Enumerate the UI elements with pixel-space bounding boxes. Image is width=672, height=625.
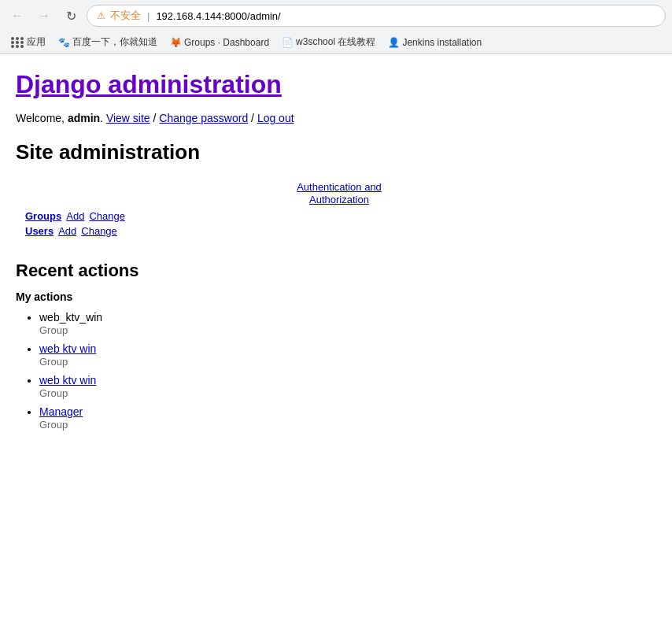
bookmark-apps[interactable]: 应用 (6, 34, 50, 50)
address-separator: | (147, 10, 150, 22)
auth-header-link[interactable]: Authentication and Authorization (297, 181, 382, 205)
url-text: 192.168.4.144:8000/admin/ (156, 10, 280, 22)
baidu-icon: 🐾 (58, 37, 70, 48)
action-type-0: Group (39, 324, 68, 336)
bookmark-apps-label: 应用 (27, 35, 46, 49)
action-type-1: Group (39, 356, 68, 368)
address-bar[interactable]: ⚠ 不安全 | 192.168.4.144:8000/admin/ (87, 5, 666, 27)
view-site-link[interactable]: View site (106, 112, 150, 124)
action-item-2: web ktv win Group (39, 374, 656, 399)
bookmark-groups[interactable]: 🦊 Groups · Dashboard (165, 35, 274, 50)
auth-header-line2: Authorization (309, 194, 369, 205)
browser-chrome: ← → ↻ ⚠ 不安全 | 192.168.4.144:8000/admin/ … (0, 0, 672, 54)
action-item-1: web ktv win Group (39, 342, 656, 368)
action-item-3: Manager Group (39, 405, 656, 431)
page-content: Django administration Welcome, admin. Vi… (0, 54, 672, 453)
action-item-0: web_ktv_win Group (39, 311, 656, 336)
welcome-suffix: . (100, 112, 103, 124)
separator-2: / (251, 112, 257, 124)
my-actions-title: My actions (16, 290, 656, 303)
groups-row: Groups Add Change (22, 210, 656, 222)
action-link-2[interactable]: web ktv win (39, 374, 96, 386)
insecure-text: 不安全 (110, 9, 141, 23)
bookmark-baidu[interactable]: 🐾 百度一下，你就知道 (54, 34, 162, 50)
jenkins-icon: 👤 (388, 37, 400, 48)
bookmarks-bar: 应用 🐾 百度一下，你就知道 🦊 Groups · Dashboard 📄 w3… (0, 31, 672, 54)
groups-icon: 🦊 (170, 37, 182, 48)
section-title: Site administration (16, 140, 656, 168)
welcome-bar: Welcome, admin. View site / Change passw… (16, 112, 656, 124)
bookmark-jenkins[interactable]: 👤 Jenkins installation (383, 35, 486, 50)
auth-module: Authentication and Authorization Groups … (16, 180, 656, 237)
logout-link[interactable]: Log out (257, 112, 294, 124)
action-type-3: Group (39, 419, 68, 431)
forward-button[interactable]: → (33, 5, 55, 27)
browser-toolbar: ← → ↻ ⚠ 不安全 | 192.168.4.144:8000/admin/ (0, 0, 672, 31)
groups-add-link[interactable]: Add (66, 210, 84, 222)
welcome-user: admin (68, 112, 100, 124)
action-link-1[interactable]: web ktv win (39, 342, 96, 355)
users-row: Users Add Change (22, 225, 656, 237)
groups-link[interactable]: Groups (25, 210, 61, 222)
welcome-prefix: Welcome, (16, 112, 68, 124)
recent-actions-title: Recent actions (16, 261, 656, 281)
users-link[interactable]: Users (25, 225, 54, 237)
groups-change-link[interactable]: Change (89, 210, 125, 222)
module-header: Authentication and Authorization (22, 180, 656, 205)
auth-header-line1: Authentication and (297, 181, 382, 193)
users-add-link[interactable]: Add (58, 225, 76, 237)
bookmark-w3school[interactable]: 📄 w3school 在线教程 (277, 34, 380, 50)
bookmark-w3school-label: w3school 在线教程 (296, 35, 375, 49)
apps-grid-icon (11, 37, 24, 48)
action-type-2: Group (39, 387, 68, 399)
action-link-3[interactable]: Manager (39, 405, 83, 418)
back-button[interactable]: ← (6, 5, 28, 27)
bookmark-baidu-label: 百度一下，你就知道 (72, 35, 157, 49)
users-change-link[interactable]: Change (81, 225, 117, 237)
bookmark-jenkins-label: Jenkins installation (402, 37, 482, 48)
action-label-0: web_ktv_win (39, 311, 102, 324)
w3school-icon: 📄 (282, 37, 294, 48)
change-password-link[interactable]: Change password (159, 112, 248, 124)
site-title[interactable]: Django administration (16, 70, 656, 99)
refresh-button[interactable]: ↻ (60, 5, 82, 27)
bookmark-groups-label: Groups · Dashboard (184, 37, 269, 48)
lock-icon: ⚠ (97, 10, 105, 21)
actions-list: web_ktv_win Group web ktv win Group web … (16, 311, 656, 431)
